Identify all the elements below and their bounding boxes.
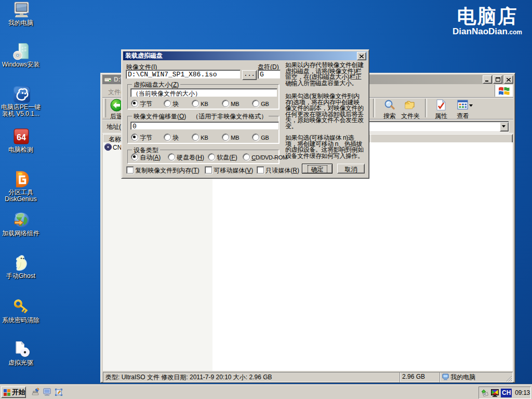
svg-text:64: 64 bbox=[17, 133, 26, 142]
